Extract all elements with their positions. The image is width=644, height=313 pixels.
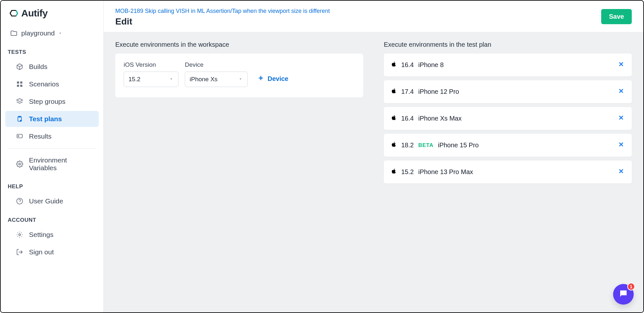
device-label: Device xyxy=(185,61,248,68)
apple-icon xyxy=(391,61,397,69)
ios-version-field: iOS Version 15.2 xyxy=(124,61,178,87)
env-row: 18.2BETAiPhone 15 Pro xyxy=(384,134,632,157)
workspace-name: playground xyxy=(21,29,55,37)
remove-env-button[interactable] xyxy=(618,60,625,70)
header-left: MOB-2189 Skip calling VISH in ML Asserti… xyxy=(115,8,330,27)
env-device: iPhone 13 Pro Max xyxy=(418,168,473,176)
env-version: 15.2 xyxy=(401,168,414,176)
sidebar-item-label: Test plans xyxy=(29,115,62,123)
testplan-env-column: Execute environments in the test plan 16… xyxy=(384,38,632,306)
settings-gear-icon xyxy=(15,230,24,239)
sidebar-item-step-groups[interactable]: Step groups xyxy=(5,93,99,110)
device-select[interactable]: iPhone Xs xyxy=(185,72,248,87)
env-device: iPhone Xs Max xyxy=(418,115,462,122)
logo-text: Autify xyxy=(21,8,48,19)
page-title: Edit xyxy=(115,16,330,27)
save-button[interactable]: Save xyxy=(601,9,632,24)
beta-badge: BETA xyxy=(418,142,433,149)
env-row: 17.4iPhone 12 Pro xyxy=(384,80,632,103)
ios-version-value: 15.2 xyxy=(128,76,140,83)
remove-env-button[interactable] xyxy=(618,113,625,123)
sidebar-item-label: Environment Variables xyxy=(29,156,92,172)
env-device: iPhone 12 Pro xyxy=(418,88,459,95)
svg-point-7 xyxy=(20,120,22,122)
env-list: 16.4iPhone 817.4iPhone 12 Pro16.4iPhone … xyxy=(384,54,632,183)
cube-icon xyxy=(15,63,24,71)
sidebar-item-results[interactable]: Results xyxy=(5,128,99,144)
svg-marker-5 xyxy=(17,99,23,102)
chevron-down-icon xyxy=(58,29,62,37)
layers-icon xyxy=(15,97,24,106)
apple-icon xyxy=(391,88,397,96)
section-account: ACCOUNT xyxy=(1,210,103,226)
plus-icon xyxy=(257,74,264,83)
workspace-env-card: iOS Version 15.2 Device iPhone Xs xyxy=(115,54,363,97)
folder-icon xyxy=(10,29,18,37)
logo[interactable]: Autify xyxy=(10,8,94,19)
chevron-down-icon xyxy=(238,76,243,83)
logo-block: Autify xyxy=(1,8,103,25)
sign-out-icon xyxy=(15,248,24,256)
env-row: 16.4iPhone Xs Max xyxy=(384,107,632,130)
env-version: 16.4 xyxy=(401,61,414,69)
testplan-env-title: Execute environments in the test plan xyxy=(384,38,632,54)
apple-icon xyxy=(391,141,397,149)
remove-env-button[interactable] xyxy=(618,140,625,150)
section-tests: TESTS xyxy=(1,42,103,58)
help-circle-icon xyxy=(15,197,24,205)
env-version: 17.4 xyxy=(401,88,414,95)
add-device-label: Device xyxy=(268,75,289,83)
clipboard-icon xyxy=(15,115,24,123)
sidebar-item-label: Results xyxy=(29,132,52,140)
svg-rect-2 xyxy=(20,82,22,83)
svg-point-10 xyxy=(19,163,21,165)
workspace-env-column: Execute environments in the workspace iO… xyxy=(115,38,363,306)
remove-env-button[interactable] xyxy=(618,87,625,97)
gear-icon xyxy=(15,160,24,168)
apple-icon xyxy=(391,168,397,176)
sidebar-item-test-plans[interactable]: Test plans xyxy=(5,111,99,127)
chevron-down-icon xyxy=(169,76,174,83)
sidebar-item-builds[interactable]: Builds xyxy=(5,59,99,75)
sidebar-item-label: User Guide xyxy=(29,197,63,205)
sidebar: Autify playground TESTS Builds xyxy=(1,1,104,312)
svg-rect-3 xyxy=(17,85,19,87)
chat-badge: 1 xyxy=(627,283,635,290)
sidebar-item-user-guide[interactable]: User Guide xyxy=(5,193,99,209)
sidebar-item-label: Sign out xyxy=(29,248,54,256)
chat-icon xyxy=(619,289,628,300)
sidebar-item-label: Builds xyxy=(29,63,47,71)
svg-rect-1 xyxy=(17,82,19,83)
sidebar-item-env-vars[interactable]: Environment Variables xyxy=(5,152,99,176)
sidebar-item-scenarios[interactable]: Scenarios xyxy=(5,76,99,92)
env-device: iPhone 15 Pro xyxy=(438,142,479,149)
ios-version-select[interactable]: 15.2 xyxy=(124,72,178,87)
divider xyxy=(8,148,96,149)
env-version: 16.4 xyxy=(401,115,414,122)
device-value: iPhone Xs xyxy=(190,76,218,83)
breadcrumb[interactable]: MOB-2189 Skip calling VISH in ML Asserti… xyxy=(115,8,330,15)
chat-launcher[interactable]: 1 xyxy=(613,284,634,305)
sidebar-item-settings[interactable]: Settings xyxy=(5,227,99,243)
env-row: 16.4iPhone 8 xyxy=(384,54,632,76)
svg-point-9 xyxy=(18,136,19,137)
apple-icon xyxy=(391,114,397,122)
svg-rect-4 xyxy=(20,85,22,87)
main: MOB-2189 Skip calling VISH in ML Asserti… xyxy=(104,1,643,312)
workspace-selector[interactable]: playground xyxy=(1,25,103,42)
ios-version-label: iOS Version xyxy=(124,61,178,68)
add-device-button[interactable]: Device xyxy=(254,71,292,87)
env-device: iPhone 8 xyxy=(418,61,444,69)
sidebar-item-sign-out[interactable]: Sign out xyxy=(5,244,99,260)
content: Execute environments in the workspace iO… xyxy=(104,32,643,312)
sidebar-item-label: Step groups xyxy=(29,98,65,105)
remove-env-button[interactable] xyxy=(618,167,625,177)
logo-hexagon-icon xyxy=(10,9,18,17)
app-window: Autify playground TESTS Builds xyxy=(0,0,644,313)
header: MOB-2189 Skip calling VISH in ML Asserti… xyxy=(104,1,643,32)
section-help: HELP xyxy=(1,176,103,192)
nav-tests: Builds Scenarios Step groups Test plans xyxy=(1,58,103,145)
sidebar-item-label: Scenarios xyxy=(29,80,59,88)
monitor-icon xyxy=(15,132,24,141)
workspace-env-title: Execute environments in the workspace xyxy=(115,38,363,54)
